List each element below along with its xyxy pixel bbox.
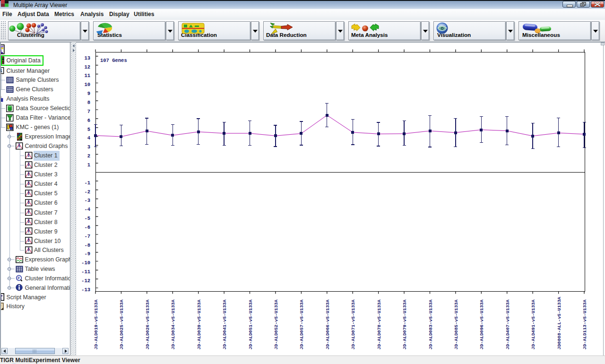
svg-text:-10: -10 bbox=[81, 260, 90, 266]
svg-text:JD-ALD039-v5-U133A: JD-ALD039-v5-U133A bbox=[197, 300, 202, 350]
svg-text:-5: -5 bbox=[84, 216, 90, 221]
svg-text:107 Genes: 107 Genes bbox=[100, 58, 127, 63]
svg-text:-7: -7 bbox=[84, 234, 90, 239]
svg-text:10: 10 bbox=[84, 82, 90, 87]
svg-text:JD-ALD041-v5-U133A: JD-ALD041-v5-U133A bbox=[222, 300, 227, 350]
svg-text:JD-ALD096-v5-U133A: JD-ALD096-v5-U133A bbox=[479, 300, 484, 350]
svg-text:JD-ALD026-v5-U133A: JD-ALD026-v5-U133A bbox=[145, 300, 150, 350]
svg-text:6: 6 bbox=[87, 118, 90, 123]
svg-text:JD-ALD052-v5-U133A: JD-ALD052-v5-U133A bbox=[274, 300, 279, 350]
svg-text:1: 1 bbox=[87, 162, 90, 168]
svg-text:-6: -6 bbox=[84, 225, 90, 230]
svg-text:JD-ALD019-v5-U133A: JD-ALD019-v5-U133A bbox=[94, 300, 99, 350]
svg-text:-13: -13 bbox=[81, 287, 90, 293]
svg-text:7: 7 bbox=[87, 109, 90, 114]
svg-text:12: 12 bbox=[84, 64, 90, 70]
svg-text:-1: -1 bbox=[84, 180, 90, 186]
svg-text:9: 9 bbox=[87, 91, 90, 96]
svg-text:JD0008-ALL-v5-U133A: JD0008-ALL-v5-U133A bbox=[557, 297, 562, 350]
svg-text:JD-ALD025-v5-U133A: JD-ALD025-v5-U133A bbox=[119, 300, 124, 350]
svg-text:JD-ALD491-v5-U133A: JD-ALD491-v5-U133A bbox=[531, 300, 536, 350]
svg-text:JD-ALD083-v5-U133A: JD-ALD083-v5-U133A bbox=[428, 300, 433, 350]
svg-text:11: 11 bbox=[84, 73, 90, 78]
svg-text:-3: -3 bbox=[84, 198, 90, 203]
svg-text:JD-ALD051-v5-U133A: JD-ALD051-v5-U133A bbox=[248, 300, 253, 350]
svg-text:JD-ALD113-v5-U133A: JD-ALD113-v5-U133A bbox=[582, 300, 588, 350]
svg-text:JD-ALD057-v5-U133A: JD-ALD057-v5-U133A bbox=[299, 300, 304, 350]
svg-text:JD-ALD407-v5-U133A: JD-ALD407-v5-U133A bbox=[505, 300, 510, 350]
svg-text:JD-ALD078-v5-U133A: JD-ALD078-v5-U133A bbox=[377, 300, 382, 350]
svg-text:-9: -9 bbox=[84, 251, 90, 257]
svg-text:JD-ALD034-v5-U133A: JD-ALD034-v5-U133A bbox=[171, 300, 176, 350]
svg-text:8: 8 bbox=[87, 100, 90, 105]
svg-text:5: 5 bbox=[87, 127, 90, 132]
svg-text:13: 13 bbox=[84, 55, 90, 61]
svg-text:JD-ALD079-v5-U133A: JD-ALD079-v5-U133A bbox=[402, 300, 407, 350]
svg-text:3: 3 bbox=[87, 144, 90, 150]
svg-text:-8: -8 bbox=[84, 243, 90, 248]
svg-text:JD-ALD071-v5-U133A: JD-ALD071-v5-U133A bbox=[351, 300, 356, 350]
svg-text:-2: -2 bbox=[84, 189, 90, 195]
svg-text:-12: -12 bbox=[81, 278, 90, 284]
svg-text:JD-ALD085-v5-U133A: JD-ALD085-v5-U133A bbox=[454, 300, 459, 350]
svg-text:2: 2 bbox=[87, 153, 90, 159]
svg-text:JD-ALD066-v5-U133A: JD-ALD066-v5-U133A bbox=[325, 300, 330, 350]
svg-text:-11: -11 bbox=[81, 269, 90, 275]
svg-text:4: 4 bbox=[87, 135, 90, 141]
svg-text:-4: -4 bbox=[84, 207, 90, 212]
